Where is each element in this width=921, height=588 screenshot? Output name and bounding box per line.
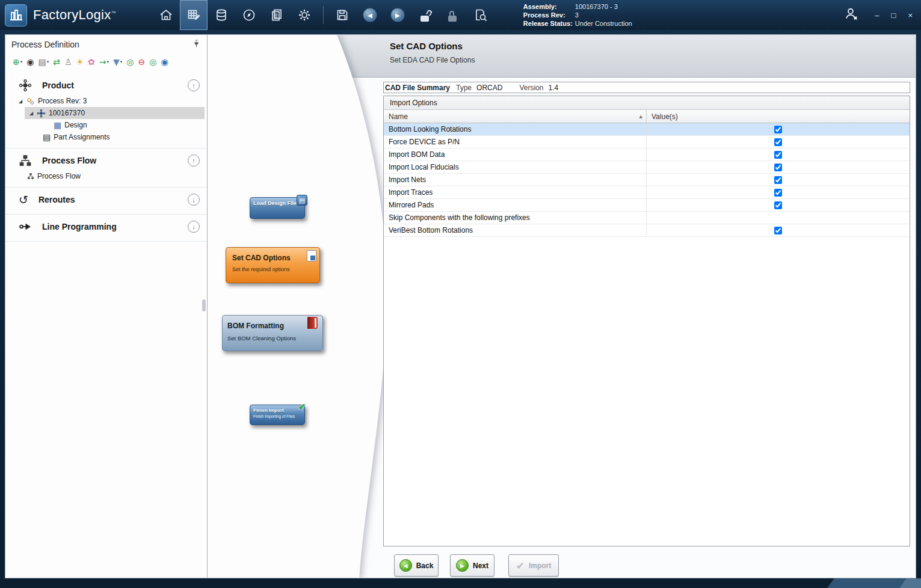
compass-icon[interactable] <box>235 0 263 30</box>
materials-icon[interactable] <box>208 0 235 30</box>
table-row[interactable]: Mirrored Pads <box>384 199 910 212</box>
option-name[interactable]: Import Traces <box>384 186 647 198</box>
collapse-up-icon[interactable]: ↑ <box>188 79 200 91</box>
user-logout-icon[interactable] <box>843 6 859 24</box>
undo-icon[interactable]: ◀ <box>356 0 384 30</box>
unlock-icon[interactable] <box>411 0 439 30</box>
import-options-header[interactable]: Import Options <box>384 96 910 110</box>
option-checkbox[interactable] <box>774 126 782 133</box>
option-value-cell[interactable] <box>647 212 910 224</box>
tree-item-assembly[interactable]: ◢ 100167370 <box>25 107 205 119</box>
process-flow-icon <box>19 154 32 167</box>
option-name[interactable]: Bottom Looking Rotations <box>384 123 647 135</box>
save-icon[interactable] <box>328 0 356 30</box>
pin-icon[interactable] <box>192 39 201 51</box>
option-value-cell[interactable] <box>647 224 910 236</box>
table-row[interactable]: Force DEVICE as P/N <box>384 136 910 149</box>
maximize-button[interactable]: □ <box>892 11 896 20</box>
next-button[interactable]: ▶ Next <box>450 554 494 577</box>
remove-icon[interactable]: ⊖ <box>138 58 146 66</box>
table-row[interactable]: Import Nets <box>384 174 910 186</box>
trademark: ™ <box>111 10 116 16</box>
tree-item-product[interactable]: Product ↑ <box>5 76 207 95</box>
back-button[interactable]: ◀ Back <box>394 554 439 577</box>
file-badge-icon: ▤ <box>297 195 307 206</box>
tree-item-line-programming[interactable]: Line Programming ↓ <box>5 217 207 236</box>
option-name[interactable]: Mirrored Pads <box>384 199 647 211</box>
import-button[interactable]: ✔ Import <box>508 554 559 577</box>
filter-icon[interactable]: ▼▾ <box>113 58 122 66</box>
user-small-icon[interactable]: ♙ <box>64 58 72 66</box>
table-row[interactable]: VeriBest Bottom Rotations <box>384 224 910 237</box>
option-name[interactable]: Import BOM Data <box>384 149 647 161</box>
sync-icon[interactable]: ⇄ <box>53 58 60 66</box>
product-label: Product <box>42 81 188 90</box>
tree-item-process-flow-section[interactable]: Process Flow ↑ <box>5 151 207 170</box>
column-header-name[interactable]: Name ▲ <box>384 110 647 123</box>
settings-gear-icon[interactable] <box>291 0 318 30</box>
assembly-value: 100167370 - 3 <box>575 2 618 11</box>
step-bom-formatting[interactable]: BOM Formatting Set BOM Cleaning Options <box>222 315 323 351</box>
panel-resize-grip[interactable] <box>202 299 206 311</box>
globe-green-icon[interactable]: ◎ <box>126 58 134 66</box>
expand-down-icon[interactable]: ↓ <box>188 221 200 233</box>
option-name[interactable]: Import Local Fiducials <box>384 161 647 173</box>
table-row[interactable]: Skip Components with the following prefi… <box>384 212 910 224</box>
design-icon: ▦ <box>54 120 61 130</box>
option-value-cell[interactable] <box>647 149 910 161</box>
web-dark-icon[interactable]: ◉ <box>26 58 34 66</box>
expander-icon[interactable]: ◢ <box>19 99 26 104</box>
target-blue-icon[interactable]: ◉ <box>161 58 168 66</box>
option-checkbox[interactable] <box>774 138 782 146</box>
tree-item-part-assignments[interactable]: ▤ Part Assignments <box>5 131 207 143</box>
status-green-icon[interactable]: ◎ <box>149 58 156 66</box>
option-value-cell[interactable] <box>647 186 910 198</box>
option-checkbox[interactable] <box>774 189 782 197</box>
tree-item-process-rev[interactable]: ◢ Process Rev: 3 <box>5 95 207 107</box>
expand-down-icon[interactable]: ↓ <box>188 194 200 206</box>
option-name[interactable]: Force DEVICE as P/N <box>384 136 647 148</box>
add-icon[interactable]: ⊕▾ <box>13 58 22 66</box>
option-checkbox[interactable] <box>774 227 782 234</box>
option-checkbox[interactable] <box>774 201 782 209</box>
design-label: Design <box>64 121 87 129</box>
table-row[interactable]: Bottom Looking Rotations <box>384 123 910 136</box>
window-controls: – □ × <box>875 11 913 20</box>
export-icon[interactable]: →▾ <box>99 58 109 66</box>
table-row[interactable]: Import BOM Data <box>384 149 910 161</box>
table-row[interactable]: Import Local Fiducials <box>384 161 910 174</box>
redo-icon[interactable]: ▶ <box>384 0 411 30</box>
find-in-design-icon[interactable] <box>467 0 494 30</box>
column-header-values[interactable]: Value(s) <box>647 110 910 123</box>
tree-item-reroutes[interactable]: ↺ Reroutes ↓ <box>5 190 207 209</box>
home-icon[interactable] <box>152 0 180 30</box>
option-value-cell[interactable] <box>647 199 910 211</box>
option-value-cell[interactable] <box>647 123 910 135</box>
lock-icon[interactable] <box>439 0 467 30</box>
option-name[interactable]: VeriBest Bottom Rotations <box>384 224 647 236</box>
lamp-icon[interactable]: ☀ <box>76 58 84 66</box>
option-checkbox[interactable] <box>774 176 782 184</box>
print-icon[interactable]: ▤▾ <box>38 58 49 66</box>
option-value-cell[interactable] <box>647 161 910 173</box>
tree-item-process-flow[interactable]: Process Flow <box>5 170 207 182</box>
flower-icon[interactable]: ✿ <box>88 58 95 66</box>
collapse-up-icon[interactable]: ↑ <box>188 155 200 167</box>
process-editor-icon[interactable] <box>180 0 208 30</box>
option-checkbox[interactable] <box>774 164 782 171</box>
step-finish-import[interactable]: Finish Import Finish Importing of Files … <box>250 405 305 425</box>
option-value-cell[interactable] <box>647 174 910 186</box>
minimize-button[interactable]: – <box>875 11 879 20</box>
option-value-cell[interactable] <box>647 136 910 148</box>
step-load-design-files[interactable]: Load Design Files ▤ <box>250 197 305 219</box>
close-button[interactable]: × <box>908 11 913 20</box>
option-name[interactable]: Skip Components with the following prefi… <box>384 212 647 224</box>
table-row[interactable]: Import Traces <box>384 186 910 199</box>
tree-item-design[interactable]: ▦ Design <box>5 119 207 131</box>
expander-icon[interactable]: ◢ <box>29 111 37 116</box>
wizard-button-bar: ◀ Back ▶ Next ✔ Import <box>208 547 916 578</box>
option-checkbox[interactable] <box>774 151 782 159</box>
documents-icon[interactable] <box>263 0 291 30</box>
step-set-cad-options[interactable]: Set CAD Options Set the required options <box>226 247 320 283</box>
option-name[interactable]: Import Nets <box>384 174 647 186</box>
